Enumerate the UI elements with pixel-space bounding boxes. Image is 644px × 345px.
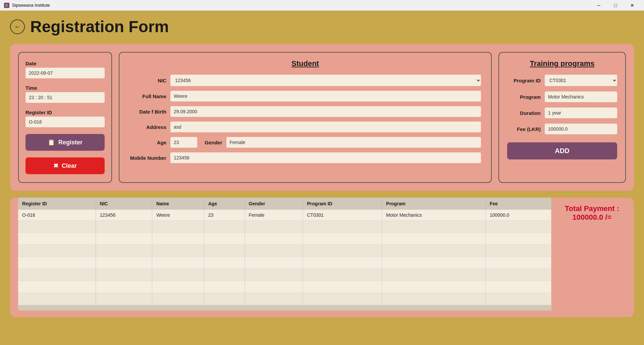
cell-gender: Female: [245, 210, 303, 221]
col-gender: Gender: [245, 198, 303, 210]
date-label: Date: [25, 61, 105, 66]
time-input[interactable]: [25, 92, 105, 103]
titlebar: S Sipsewana Institute ─ □ ✕: [0, 0, 644, 11]
horizontal-scrollbar[interactable]: [18, 305, 551, 310]
back-arrow-icon: ←: [14, 23, 21, 30]
empty-row: [18, 221, 551, 233]
fullname-row: Full Name: [129, 91, 481, 101]
register-id-field-row: Register ID: [25, 110, 105, 127]
age-gender-row: Age Gender: [129, 137, 481, 148]
duration-label: Duration: [507, 110, 541, 116]
clear-button[interactable]: ✖ Clear: [25, 157, 105, 174]
age-input[interactable]: [170, 137, 197, 148]
minimize-button[interactable]: ─: [591, 0, 606, 11]
table-header-row: Register ID NIC Name Age Gender Program …: [18, 198, 551, 210]
main-content: ← Registration Form Date Time Register I…: [0, 11, 644, 345]
col-register-id: Register ID: [18, 198, 96, 210]
maximize-button[interactable]: □: [608, 0, 623, 11]
program-label: Program: [507, 94, 541, 100]
training-form: Program ID CT0301 Program Duration Fee (…: [507, 75, 617, 159]
add-button[interactable]: ADD: [507, 142, 617, 159]
cell-nic: 123456: [96, 210, 152, 221]
dob-row: Date f Birth: [129, 106, 481, 117]
back-button[interactable]: ←: [10, 19, 25, 34]
col-program-id: Program ID: [303, 198, 382, 210]
address-input[interactable]: [170, 122, 481, 132]
clear-icon: ✖: [53, 162, 58, 169]
table-wrapper: Register ID NIC Name Age Gender Program …: [18, 198, 551, 310]
student-form: NIC 123456 Full Name Date f Birth Addres…: [129, 75, 481, 163]
forms-container: Date Time Register ID 📋 Register ✖ Clear: [10, 44, 634, 191]
total-payment-label: Total Payment :: [565, 204, 619, 213]
empty-row: [18, 281, 551, 293]
left-panel: Date Time Register ID 📋 Register ✖ Clear: [18, 52, 112, 183]
app-name: Sipsewana Institute: [12, 3, 50, 8]
col-nic: NIC: [96, 198, 152, 210]
fullname-label: Full Name: [129, 93, 166, 99]
program-id-row: Program ID CT0301: [507, 75, 617, 86]
student-panel-title: Student: [129, 59, 481, 68]
date-field-row: Date: [25, 61, 105, 78]
col-fee: Fee: [485, 198, 551, 210]
fee-input[interactable]: [545, 124, 617, 134]
registrations-table: Register ID NIC Name Age Gender Program …: [18, 198, 551, 305]
cell-program-id: CT0301: [303, 210, 382, 221]
cell-name: Weere: [152, 210, 204, 221]
empty-row: [18, 233, 551, 245]
gender-input[interactable]: [226, 137, 481, 148]
table-row: O-016 123456 Weere 23 Female CT0301 Moto…: [18, 210, 551, 221]
register-button[interactable]: 📋 Register: [25, 134, 105, 151]
nic-select[interactable]: 123456: [170, 75, 481, 86]
close-button[interactable]: ✕: [625, 0, 640, 11]
duration-input[interactable]: [545, 108, 617, 118]
nic-row: NIC 123456: [129, 75, 481, 86]
titlebar-left: S Sipsewana Institute: [4, 3, 50, 8]
page-title: Registration Form: [30, 17, 169, 36]
titlebar-controls: ─ □ ✕: [591, 0, 640, 11]
address-label: Address: [129, 124, 166, 130]
fee-label: Fee (LKR): [507, 126, 541, 132]
dob-input[interactable]: [170, 106, 481, 117]
program-row: Program: [507, 91, 617, 102]
svg-text:S: S: [5, 4, 8, 7]
cell-fee: 100000.0: [485, 210, 551, 221]
mobile-row: Mobile Number: [129, 152, 481, 163]
empty-row: [18, 245, 551, 257]
col-program: Program: [382, 198, 486, 210]
register-icon: 📋: [48, 139, 55, 146]
col-age: Age: [204, 198, 245, 210]
fullname-input[interactable]: [170, 91, 481, 101]
total-payment-value: 100000.0 /=: [565, 213, 619, 222]
program-id-label: Program ID: [507, 78, 541, 83]
fee-row: Fee (LKR): [507, 124, 617, 134]
mobile-input[interactable]: [170, 152, 481, 163]
date-input[interactable]: [25, 68, 105, 78]
time-field-row: Time: [25, 85, 105, 103]
app-icon: S: [4, 3, 9, 8]
register-id-label: Register ID: [25, 110, 105, 115]
total-payment: Total Payment : 100000.0 /=: [558, 198, 626, 228]
training-panel: Training programs Program ID CT0301 Prog…: [498, 52, 626, 183]
cell-age: 23: [204, 210, 245, 221]
register-button-label: Register: [58, 139, 83, 146]
nic-label: NIC: [129, 78, 166, 83]
program-id-select[interactable]: CT0301: [545, 75, 617, 86]
cell-program: Motor Mechanics: [382, 210, 486, 221]
cell-register-id: O-016: [18, 210, 96, 221]
table-area: Register ID NIC Name Age Gender Program …: [10, 198, 634, 317]
dob-label: Date f Birth: [129, 109, 166, 115]
empty-row: [18, 269, 551, 281]
age-label: Age: [129, 140, 166, 145]
clear-button-label: Clear: [62, 162, 77, 169]
mobile-label: Mobile Number: [129, 155, 166, 161]
training-panel-title: Training programs: [507, 59, 617, 68]
time-label: Time: [25, 85, 105, 91]
empty-row: [18, 293, 551, 305]
program-input[interactable]: [545, 91, 617, 102]
student-panel: Student NIC 123456 Full Name Date f Birt…: [119, 52, 492, 183]
empty-row: [18, 257, 551, 269]
gender-label: Gender: [205, 140, 222, 145]
page-header: ← Registration Form: [10, 17, 634, 36]
col-name: Name: [152, 198, 204, 210]
register-id-input[interactable]: [25, 117, 105, 127]
